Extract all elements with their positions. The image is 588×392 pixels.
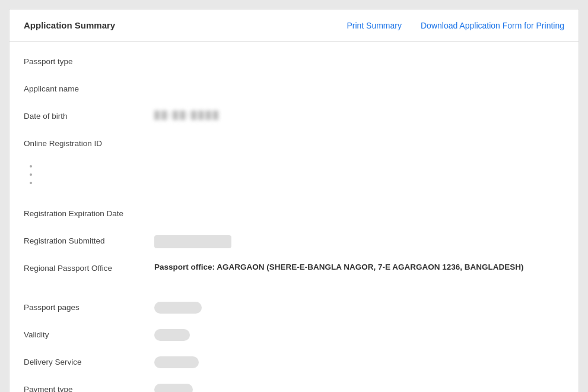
- header-actions: Print Summary Download Application Form …: [347, 21, 564, 30]
- passport-type-label: Passport type: [24, 56, 154, 66]
- reg-submitted-value: [154, 235, 564, 250]
- online-reg-id-label: Online Registration ID: [24, 138, 154, 148]
- validity-placeholder: [154, 329, 190, 341]
- validity-row: Validity: [24, 329, 564, 346]
- dot-3: [30, 182, 32, 184]
- payment-type-row: Payment type: [24, 384, 564, 392]
- passport-type-row: Passport type: [24, 56, 564, 72]
- download-form-link[interactable]: Download Application Form for Printing: [421, 21, 564, 30]
- date-of-birth-value: ██/██/████: [154, 110, 564, 119]
- delivery-service-row: Delivery Service: [24, 356, 564, 373]
- card-title: Application Summary: [24, 20, 115, 30]
- payment-type-label: Payment type: [24, 384, 154, 392]
- passport-pages-value: [154, 302, 564, 315]
- print-summary-link[interactable]: Print Summary: [347, 21, 402, 30]
- payment-placeholder: [154, 384, 193, 392]
- regional-office-label: Regional Passport Office: [24, 263, 154, 273]
- date-of-birth-row: Date of birth ██/██/████: [24, 110, 564, 127]
- passport-pages-placeholder: [154, 302, 202, 314]
- validity-value: [154, 329, 564, 343]
- passport-pages-label: Passport pages: [24, 302, 154, 312]
- payment-type-value: [154, 384, 564, 392]
- section-divider: [24, 196, 564, 208]
- delivery-placeholder: [154, 356, 199, 368]
- online-reg-id-row: Online Registration ID: [24, 138, 564, 154]
- delivery-service-value: [154, 356, 564, 370]
- regional-office-value: Passport office: AGARGAON (SHERE-E-BANGL…: [154, 263, 564, 271]
- reg-submitted-label: Registration Submitted: [24, 235, 154, 245]
- dob-placeholder: ██/██/████: [154, 110, 220, 119]
- dot-1: [30, 165, 32, 167]
- applicant-name-label: Applicant name: [24, 83, 154, 93]
- regional-office-row: Regional Passport Office Passport office…: [24, 263, 564, 279]
- reg-submitted-row: Registration Submitted: [24, 235, 564, 252]
- card-body: Passport type Applicant name Date of bir…: [9, 42, 579, 392]
- redacted-content-area: [24, 165, 564, 184]
- reg-expiration-row: Registration Expiration Date: [24, 208, 564, 225]
- reg-expiration-label: Registration Expiration Date: [24, 208, 154, 218]
- reg-submitted-placeholder: [154, 235, 231, 248]
- section-divider-2: [24, 290, 564, 302]
- validity-label: Validity: [24, 329, 154, 339]
- card-header: Application Summary Print Summary Downlo…: [9, 10, 579, 42]
- delivery-service-label: Delivery Service: [24, 356, 154, 366]
- dot-2: [30, 173, 32, 176]
- applicant-name-row: Applicant name: [24, 83, 564, 100]
- passport-pages-row: Passport pages: [24, 302, 564, 318]
- date-of-birth-label: Date of birth: [24, 110, 154, 121]
- application-summary-card: Application Summary Print Summary Downlo…: [9, 9, 579, 392]
